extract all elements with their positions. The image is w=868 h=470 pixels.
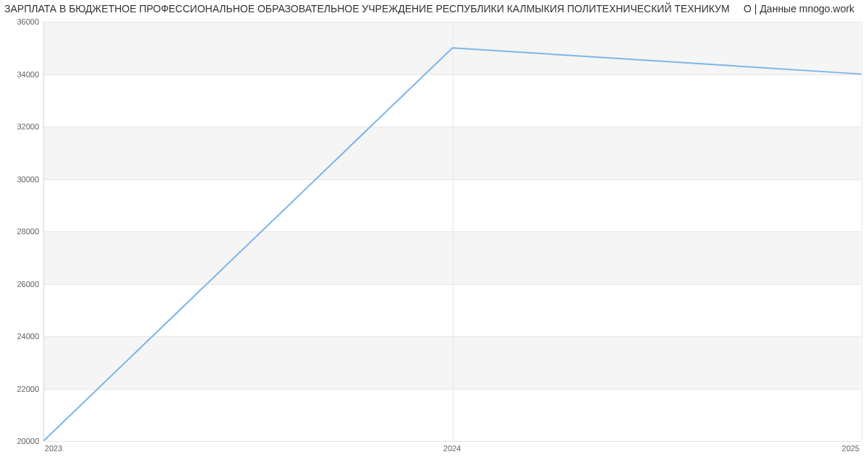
y-tick-label: 34000 — [3, 70, 39, 79]
x-tick-label: 2023 — [45, 444, 62, 453]
x-gridline — [861, 22, 862, 440]
y-tick-label: 28000 — [3, 227, 39, 236]
y-tick-label: 24000 — [3, 332, 39, 341]
y-gridline — [44, 441, 861, 442]
line-series — [44, 22, 861, 440]
y-tick-label: 36000 — [3, 17, 39, 26]
x-tick-label: 2024 — [443, 444, 461, 453]
y-tick-label: 30000 — [3, 175, 39, 184]
y-tick-label: 22000 — [3, 385, 39, 393]
chart-container: ЗАРПЛАТА В БЮДЖЕТНОЕ ПРОФЕССИОНАЛЬНОЕ ОБ… — [0, 0, 868, 463]
chart-title-main: ЗАРПЛАТА В БЮДЖЕТНОЕ ПРОФЕССИОНАЛЬНОЕ ОБ… — [4, 3, 730, 14]
y-tick-label: 26000 — [3, 280, 39, 289]
plot-area — [43, 22, 861, 441]
y-tick-label: 32000 — [3, 122, 39, 131]
y-tick-label: 20000 — [3, 437, 39, 445]
chart-title-source: О | Данные mnogo.work — [744, 3, 854, 14]
chart-title: ЗАРПЛАТА В БЮДЖЕТНОЕ ПРОФЕССИОНАЛЬНОЕ ОБ… — [0, 3, 862, 14]
x-tick-label: 2025 — [842, 444, 859, 453]
series-path — [44, 48, 861, 440]
